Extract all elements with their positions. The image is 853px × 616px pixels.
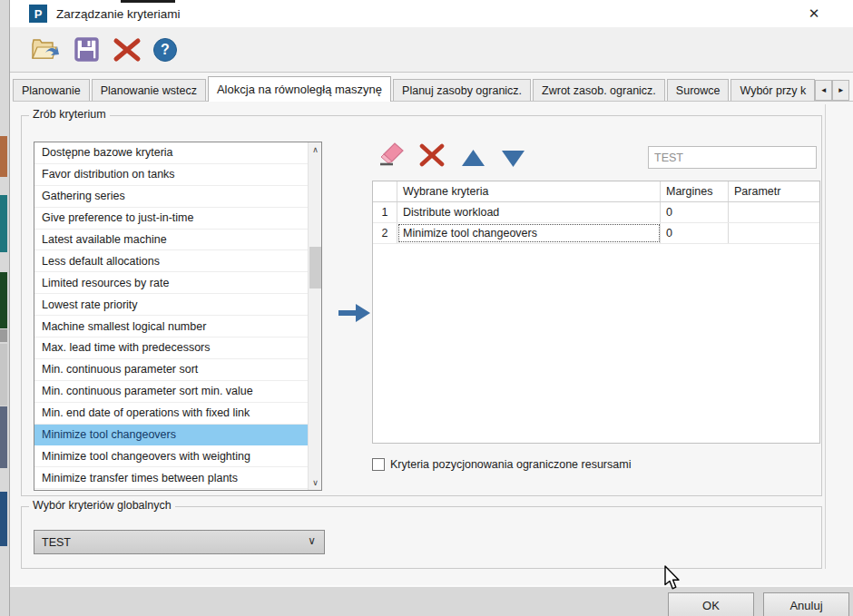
tab-scroll-left-icon[interactable]: ◄: [815, 80, 832, 101]
row-margines[interactable]: 0: [661, 223, 729, 243]
criteria-set-name-input[interactable]: [648, 146, 817, 169]
bg-bar-gray: [0, 329, 7, 342]
list-item[interactable]: Min. continuous parameter sort: [34, 359, 308, 381]
ok-button[interactable]: OK: [668, 592, 754, 616]
list-item[interactable]: Min. continuous parameter sort min. valu…: [34, 381, 308, 403]
bg-bar-teal: [0, 195, 7, 252]
open-folder-icon[interactable]: [31, 36, 60, 64]
list-item[interactable]: Max. lead time with predecessors: [34, 337, 308, 359]
tab-planowanie-wstecz[interactable]: Planowanie wstecz: [92, 79, 206, 101]
titlebar[interactable]: P Zarządzanie kryteriami ✕: [10, 0, 853, 27]
add-criterion-arrow-button[interactable]: [337, 298, 373, 328]
right-arrow-icon: [338, 300, 372, 326]
bg-bar-orange: [0, 136, 7, 177]
header-wybrane-kryteria[interactable]: Wybrane kryteria: [397, 181, 661, 201]
list-item-selected[interactable]: Minimize tool changeovers: [34, 425, 308, 446]
table-row[interactable]: 2 Minimize tool changeovers 0: [373, 223, 819, 244]
tab-alokcja-na-rownolegla-maszyne[interactable]: Alokcja na równoległą maszynę: [208, 76, 391, 102]
list-item[interactable]: Favor distribution on tanks: [34, 164, 308, 186]
move-down-icon[interactable]: [498, 145, 527, 172]
pane-edge-line: [825, 104, 826, 569]
header-margines[interactable]: Margines: [661, 181, 729, 201]
bg-bar-lightgray: [0, 344, 7, 406]
main-toolbar: ?: [10, 27, 853, 73]
positioning-criteria-checkbox-label: Kryteria pozycjonowania ograniczone resu…: [390, 458, 631, 471]
list-item[interactable]: Gathering series: [34, 186, 308, 208]
scroll-up-icon[interactable]: ∧: [309, 142, 322, 157]
close-icon[interactable]: ✕: [804, 4, 824, 24]
table-row[interactable]: 1 Distribute workload 0: [373, 202, 819, 223]
bg-bar-green: [0, 272, 7, 328]
tab-wybor-przy[interactable]: Wybór przy k: [730, 79, 815, 101]
list-scrollbar[interactable]: ∧ ∨: [308, 142, 321, 490]
window-title: Zarządzanie kryteriami: [56, 7, 181, 21]
combobox-value: TEST: [42, 536, 71, 549]
make-criterion-group: Zrób kryterium Dostępne bazowe kryteria …: [21, 115, 822, 496]
background-top-strip: [121, 0, 175, 3]
global-criteria-combobox[interactable]: TEST ∨: [34, 530, 325, 554]
eraser-icon[interactable]: [377, 141, 406, 168]
tab-surowce[interactable]: Surowce: [667, 79, 730, 101]
bg-bar-slate: [0, 406, 7, 468]
available-criteria-list[interactable]: Dostępne bazowe kryteria Favor distribut…: [34, 142, 322, 491]
selected-criteria-table[interactable]: Wybrane kryteria Margines Parametr 1 Dis…: [372, 181, 820, 444]
row-name[interactable]: Distribute workload: [397, 202, 661, 222]
header-parametr[interactable]: Parametr: [729, 181, 819, 201]
move-up-icon[interactable]: [458, 144, 487, 171]
save-icon[interactable]: [72, 36, 101, 64]
tab-planuj-zasoby[interactable]: Planuj zasoby ogranicz.: [393, 79, 531, 101]
row-parametr[interactable]: [729, 223, 819, 243]
tab-planowanie[interactable]: Planowanie: [13, 79, 90, 101]
bg-bar-navy: [0, 492, 7, 546]
positioning-criteria-checkbox-row: Kryteria pozycjonowania ograniczone resu…: [372, 458, 631, 471]
tab-zwrot-zasob[interactable]: Zwrot zasob. ogranicz.: [533, 79, 665, 101]
row-name-focused[interactable]: Minimize tool changeovers: [397, 223, 661, 243]
list-item[interactable]: Limited resources by rate: [34, 272, 308, 294]
list-item[interactable]: Machine smallest logical number: [34, 316, 308, 337]
remove-criterion-icon[interactable]: [417, 142, 446, 169]
scrollbar-thumb[interactable]: [309, 247, 321, 288]
background-window-sliver: [0, 0, 9, 616]
app-icon: P: [29, 5, 47, 23]
chevron-down-icon: ∨: [308, 534, 316, 547]
tab-scroll-right-icon[interactable]: ►: [832, 80, 849, 101]
list-item[interactable]: Minimize transfer times between plants: [34, 467, 308, 489]
row-parametr[interactable]: [729, 202, 819, 222]
tabstrip: Planowanie Planowanie wstecz Alokcja na …: [13, 76, 853, 102]
list-item[interactable]: Less default allocations: [34, 250, 308, 272]
row-num: 2: [373, 223, 397, 243]
list-item[interactable]: Latest available machine: [34, 230, 308, 251]
table-header-row: Wybrane kryteria Margines Parametr: [373, 181, 819, 202]
footer-bar: OK Anuluj: [10, 585, 853, 616]
positioning-criteria-checkbox[interactable]: [372, 458, 385, 471]
global-criteria-group: Wybór kryteriów globalnych TEST ∨: [21, 506, 822, 569]
scroll-down-icon[interactable]: ∨: [309, 475, 322, 490]
global-criteria-group-title: Wybór kryteriów globalnych: [29, 499, 175, 512]
list-item[interactable]: Dostępne bazowe kryteria: [34, 142, 308, 164]
make-criterion-group-title: Zrób kryterium: [29, 108, 110, 121]
cancel-button[interactable]: Anuluj: [763, 592, 849, 616]
criteria-management-dialog: P Zarządzanie kryteriami ✕: [9, 0, 853, 616]
delete-icon[interactable]: [113, 36, 142, 64]
help-icon[interactable]: ?: [153, 38, 177, 62]
list-item[interactable]: Give preference to just-in-time: [34, 208, 308, 230]
list-item[interactable]: Min. end date of operations with fixed l…: [34, 403, 308, 425]
list-item[interactable]: Minimize tool changeovers with weighting: [34, 445, 308, 467]
list-item[interactable]: Lowest rate priority: [34, 294, 308, 316]
mouse-cursor: [663, 565, 681, 594]
row-margines[interactable]: 0: [661, 202, 729, 222]
header-num: [373, 181, 397, 201]
row-num: 1: [373, 202, 397, 222]
